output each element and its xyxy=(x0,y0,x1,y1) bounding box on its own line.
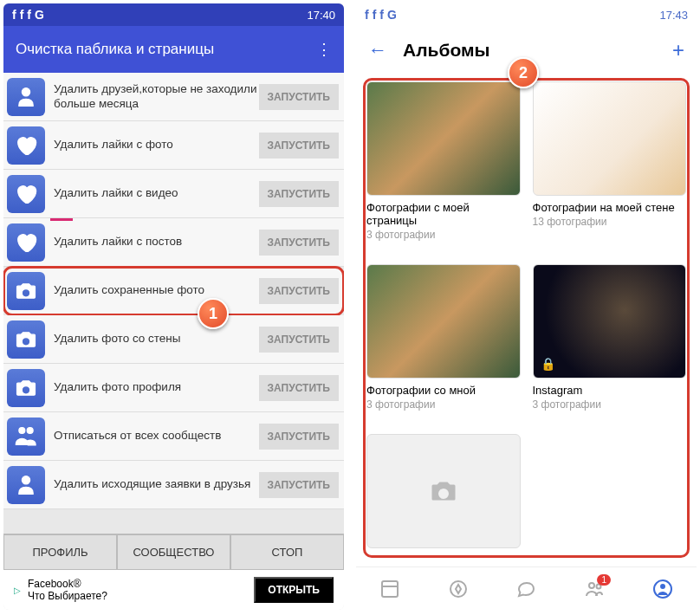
facebook-icon: f xyxy=(379,8,384,22)
facebook-icon: f xyxy=(12,8,16,22)
tab-stop[interactable]: СТОП xyxy=(230,534,344,570)
svg-marker-3 xyxy=(456,585,461,593)
nav-discover-icon[interactable] xyxy=(425,567,493,610)
run-button[interactable]: ЗАПУСТИТЬ xyxy=(259,472,339,498)
facebook-icon: f xyxy=(365,8,369,22)
callout-2: 2 xyxy=(508,57,539,88)
row-label: Удалить лайки с видео xyxy=(54,186,259,201)
album-item[interactable]: Фотографии на моей стене13 фотографии xyxy=(533,81,687,252)
run-button[interactable]: ЗАПУСТИТЬ xyxy=(259,278,339,304)
run-button[interactable]: ЗАПУСТИТЬ xyxy=(259,84,339,110)
album-thumb xyxy=(366,264,521,379)
camera-icon xyxy=(7,369,45,407)
row-label: Удалить лайки с фото xyxy=(54,138,259,152)
menu-icon[interactable]: ⋮ xyxy=(316,40,332,59)
header-title: Альбомы xyxy=(403,40,489,61)
svg-point-4 xyxy=(589,583,594,588)
row-label: Отписаться от всех сообществ xyxy=(54,429,259,443)
album-title: Фотографии на моей стене xyxy=(533,201,687,214)
ad-line1: Facebook® xyxy=(28,578,107,590)
album-item[interactable] xyxy=(366,434,521,560)
list-row: Удалить лайки с фотоЗАПУСТИТЬ xyxy=(3,121,344,170)
heart-icon xyxy=(7,175,45,213)
album-thumb xyxy=(366,434,521,548)
run-button[interactable]: ЗАПУСТИТЬ xyxy=(259,230,339,256)
run-button[interactable]: ЗАПУСТИТЬ xyxy=(259,375,339,401)
list-row: Отписаться от всех сообществЗАПУСТИТЬ xyxy=(3,412,344,461)
google-icon: G xyxy=(35,8,44,22)
facebook-icon: f xyxy=(373,8,377,22)
row-label: Удалить фото профиля xyxy=(54,380,259,395)
svg-point-7 xyxy=(660,584,665,589)
album-item[interactable]: 🔒Instagram3 фотографии xyxy=(533,264,687,422)
ad-banner[interactable]: ▷ Facebook® Что Выбираете? ОТКРЫТЬ xyxy=(3,570,344,610)
list-row: Удалить лайки с постовЗАПУСТИТЬ xyxy=(3,218,344,267)
row-label: Удалить фото со стены xyxy=(54,332,259,346)
google-icon: G xyxy=(387,8,397,22)
album-item[interactable]: Фотографии с моей страницы3 фотографии xyxy=(366,81,521,252)
ad-text: Facebook® Что Выбираете? xyxy=(28,578,107,602)
add-icon[interactable]: + xyxy=(672,38,684,62)
album-title: Фотографии с моей страницы xyxy=(366,201,521,227)
status-bar: f f f G 17:40 xyxy=(3,3,344,26)
album-count: 3 фотографии xyxy=(533,398,687,411)
camera-icon xyxy=(7,320,45,359)
person-icon xyxy=(7,466,45,504)
action-list: Удалить друзей,которые не заходили больш… xyxy=(3,73,344,534)
lock-icon: 🔒 xyxy=(541,357,555,371)
nav-badge: 1 xyxy=(597,574,611,586)
app-header: Очистка паблика и страницы ⋮ xyxy=(3,26,344,73)
status-time: 17:43 xyxy=(659,9,688,22)
list-row: Удалить исходящие заявки в друзьяЗАПУСТИ… xyxy=(3,461,344,509)
list-row: Удалить лайки с видеоЗАПУСТИТЬ xyxy=(3,170,344,218)
album-count: 13 фотографии xyxy=(533,216,687,228)
nav-feed-icon[interactable] xyxy=(356,567,425,610)
run-button[interactable]: ЗАПУСТИТЬ xyxy=(259,181,339,207)
album-count: 3 фотографии xyxy=(366,398,521,411)
album-thumb xyxy=(366,81,521,196)
album-count: 3 фотографии xyxy=(366,229,521,241)
ad-line2: Что Выбираете? xyxy=(28,590,107,602)
list-row: Удалить сохраненные фотоЗАПУСТИТЬ xyxy=(3,267,344,315)
row-label: Удалить друзей,которые не заходили больш… xyxy=(54,82,259,112)
ad-open-button[interactable]: ОТКРЫТЬ xyxy=(254,577,334,603)
svg-rect-0 xyxy=(382,581,398,597)
phone-right: f f f G 17:43 ← Альбомы + Фотографии с м… xyxy=(356,3,697,610)
adchoices-icon: ▷ xyxy=(14,586,21,595)
album-title: Instagram xyxy=(533,384,687,397)
album-title: Фотографии со мной xyxy=(366,384,521,397)
tab-community[interactable]: СООБЩЕСТВО xyxy=(117,534,230,570)
heart-icon xyxy=(7,223,45,262)
run-button[interactable]: ЗАПУСТИТЬ xyxy=(259,133,339,159)
header-title: Очистка паблика и страницы xyxy=(16,41,214,58)
row-label: Удалить лайки с постов xyxy=(54,235,259,249)
list-row: Удалить фото со стеныЗАПУСТИТЬ xyxy=(3,315,344,364)
list-row: Удалить друзей,которые не заходили больш… xyxy=(3,73,344,121)
facebook-icon: f xyxy=(27,8,31,22)
row-label: Удалить сохраненные фото xyxy=(54,283,259,298)
tab-profile[interactable]: ПРОФИЛЬ xyxy=(3,534,117,570)
status-bar: f f f G 17:43 xyxy=(356,3,697,26)
albums-grid: Фотографии с моей страницы3 фотографииФо… xyxy=(356,74,697,566)
nav-profile-icon[interactable] xyxy=(628,567,697,610)
status-time: 17:40 xyxy=(307,9,335,22)
bottom-tabs: ПРОФИЛЬ СООБЩЕСТВО СТОП xyxy=(3,534,344,570)
run-button[interactable]: ЗАПУСТИТЬ xyxy=(259,424,339,450)
camera-icon xyxy=(7,272,45,310)
back-icon[interactable]: ← xyxy=(368,39,387,62)
bottom-nav: 1 xyxy=(356,566,697,610)
nav-messages-icon[interactable] xyxy=(492,567,561,610)
heart-icon xyxy=(7,126,45,165)
callout-1: 1 xyxy=(198,298,229,329)
album-item[interactable]: Фотографии со мной3 фотографии xyxy=(366,264,521,422)
row-label: Удалить исходящие заявки в друзья xyxy=(54,477,259,492)
group-icon xyxy=(7,418,45,456)
list-row: Удалить фото профиляЗАПУСТИТЬ xyxy=(3,364,344,412)
nav-friends-icon[interactable]: 1 xyxy=(561,567,629,610)
person-icon xyxy=(7,78,45,116)
phone-left: f f f G 17:40 Очистка паблика и страницы… xyxy=(3,3,344,610)
run-button[interactable]: ЗАПУСТИТЬ xyxy=(259,327,339,353)
album-thumb: 🔒 xyxy=(533,264,687,379)
facebook-icon: f xyxy=(20,8,24,22)
album-thumb xyxy=(533,81,687,196)
